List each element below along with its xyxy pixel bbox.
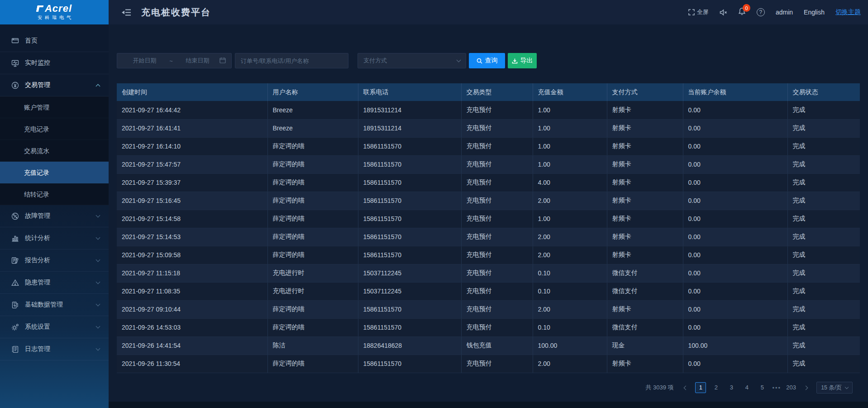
cell-pay-method: 射频卡 bbox=[607, 355, 683, 373]
chevron-down-icon bbox=[457, 58, 461, 62]
table-row[interactable]: 2021-09-26 14:53:03薛定谔的喵15861151570充电预付0… bbox=[117, 318, 860, 336]
sidebar-subitem-recharge-records[interactable]: 充值记录 bbox=[0, 162, 109, 183]
keyword-search-input[interactable] bbox=[235, 53, 348, 68]
table-row[interactable]: 2021-09-26 11:30:54薛定谔的喵15861151570充电预付2… bbox=[117, 355, 860, 373]
cell-pay-method: 射频卡 bbox=[607, 119, 683, 137]
cell-user-name: 薛定谔的喵 bbox=[267, 192, 358, 210]
table-row[interactable]: 2021-09-27 15:47:57薛定谔的喵15861151570充电预付1… bbox=[117, 155, 860, 173]
cell-pay-method: 微信支付 bbox=[607, 282, 683, 300]
cell-trade-type: 充电预付 bbox=[461, 119, 533, 137]
cell-recharge-amount: 0.10 bbox=[533, 318, 607, 336]
sidebar-item-statistics-analysis[interactable]: 统计分析 bbox=[0, 227, 109, 250]
page-size-label: 15 条/页 bbox=[821, 384, 842, 392]
app-header: 充电桩收费平台 全屏 0 ? admin English 切换主题 bbox=[109, 0, 868, 24]
table-row[interactable]: 2021-09-27 11:08:35充电进行时15037112245充电预付0… bbox=[117, 282, 860, 300]
sidebar-subitem-trade-flow[interactable]: 交易流水 bbox=[0, 140, 109, 162]
theme-switch-link[interactable]: 切换主题 bbox=[835, 8, 861, 16]
page-ellipsis[interactable]: ••• bbox=[772, 384, 781, 391]
sidebar-subitem-account-management[interactable]: 账户管理 bbox=[0, 96, 109, 118]
cell-trade-type: 充电预付 bbox=[461, 355, 533, 373]
table-row[interactable]: 2021-09-27 15:09:58薛定谔的喵15861151570充电预付2… bbox=[117, 246, 860, 264]
keyword-search-field bbox=[235, 53, 348, 68]
table-row[interactable]: 2021-09-27 16:14:10薛定谔的喵15861151570充电预付1… bbox=[117, 137, 860, 155]
sidebar-item-hazard-management[interactable]: 隐患管理 bbox=[0, 272, 109, 294]
export-button-label: 导出 bbox=[520, 57, 533, 65]
page-number-2[interactable]: 2 bbox=[711, 382, 721, 393]
sidebar-item-report-analysis[interactable]: 报告分析 bbox=[0, 250, 109, 272]
table-row[interactable]: 2021-09-27 16:44:42Breeze18915311214充电预付… bbox=[117, 101, 860, 119]
sidebar-item-basic-data-management[interactable]: 基础数据管理 bbox=[0, 294, 109, 316]
brand-text: Acrel bbox=[45, 4, 72, 14]
sidebar-item-trade-management[interactable]: 交易管理 bbox=[0, 74, 109, 96]
cell-current-balance: 0.00 bbox=[683, 264, 787, 282]
notifications-button[interactable]: 0 bbox=[738, 7, 746, 17]
sidebar-item-system-settings[interactable]: 系统设置 bbox=[0, 316, 109, 338]
page-number-3[interactable]: 3 bbox=[726, 382, 737, 393]
page-number-4[interactable]: 4 bbox=[741, 382, 752, 393]
cell-recharge-amount: 1.00 bbox=[533, 101, 607, 119]
cell-trade-type: 充电预付 bbox=[461, 318, 533, 336]
date-start-placeholder[interactable]: 开始日期 bbox=[123, 57, 167, 65]
cell-phone: 15861151570 bbox=[358, 137, 461, 155]
next-page-button[interactable] bbox=[801, 382, 812, 393]
date-end-placeholder[interactable]: 结束日期 bbox=[176, 57, 219, 65]
chevron-down-icon bbox=[96, 213, 100, 217]
table-row[interactable]: 2021-09-27 15:16:45薛定谔的喵15861151570充电预付2… bbox=[117, 192, 860, 210]
page-number-203[interactable]: 203 bbox=[786, 382, 796, 393]
sidebar-item-log-management[interactable]: 日志管理 bbox=[0, 338, 109, 360]
cell-recharge-amount: 1.00 bbox=[533, 119, 607, 137]
table-row[interactable]: 2021-09-27 15:14:53薛定谔的喵15861151570充电预付2… bbox=[117, 228, 860, 246]
prev-page-button[interactable] bbox=[680, 382, 691, 393]
mute-button[interactable] bbox=[720, 9, 727, 16]
cell-pay-method: 微信支付 bbox=[607, 264, 683, 282]
sidebar-item-label: 实时监控 bbox=[25, 59, 50, 67]
cell-create-time: 2021-09-27 15:16:45 bbox=[117, 192, 267, 210]
cell-trade-status: 完成 bbox=[787, 318, 860, 336]
sidebar-item-home[interactable]: 首页 bbox=[0, 30, 109, 52]
sidebar-subitem-carryover-records[interactable]: 结转记录 bbox=[0, 183, 109, 205]
cell-pay-method: 现金 bbox=[607, 336, 683, 355]
help-button[interactable]: ? bbox=[757, 8, 765, 16]
sidebar-subitem-charge-records[interactable]: 充电记录 bbox=[0, 118, 109, 140]
cell-trade-type: 充电预付 bbox=[461, 192, 533, 210]
cell-trade-status: 完成 bbox=[787, 282, 860, 300]
page-number-1[interactable]: 1 bbox=[695, 382, 706, 393]
date-range-picker[interactable]: 开始日期 ~ 结束日期 bbox=[117, 53, 232, 68]
fullscreen-button[interactable]: 全屏 bbox=[688, 8, 709, 16]
table-row[interactable]: 2021-09-27 11:15:18充电进行时15037112245充电预付0… bbox=[117, 264, 860, 282]
chevron-up-icon bbox=[96, 84, 100, 88]
table-row[interactable]: 2021-09-27 09:10:44薛定谔的喵15861151570充电预付2… bbox=[117, 300, 860, 318]
cell-create-time: 2021-09-27 15:47:57 bbox=[117, 155, 267, 173]
language-switch[interactable]: English bbox=[804, 9, 825, 16]
page-size-select[interactable]: 15 条/页 bbox=[816, 382, 853, 394]
sidebar-item-fault-management[interactable]: 故障管理 bbox=[0, 205, 109, 227]
monitor-icon bbox=[11, 59, 19, 67]
sidebar-collapse-icon[interactable] bbox=[121, 9, 131, 16]
cell-current-balance: 100.00 bbox=[683, 336, 787, 355]
page-number-5[interactable]: 5 bbox=[757, 382, 768, 393]
table-row[interactable]: 2021-09-27 15:39:37薛定谔的喵15861151570充电预付4… bbox=[117, 173, 860, 192]
table-row[interactable]: 2021-09-26 14:41:54陈洁18826418628钱包充值100.… bbox=[117, 336, 860, 355]
chevron-down-icon bbox=[96, 324, 100, 328]
fault-icon bbox=[11, 212, 19, 220]
chevron-right-icon bbox=[804, 385, 808, 390]
cell-recharge-amount: 4.00 bbox=[533, 173, 607, 192]
cell-pay-method: 射频卡 bbox=[607, 173, 683, 192]
table-row[interactable]: 2021-09-27 16:41:41Breeze18915311214充电预付… bbox=[117, 119, 860, 137]
payment-method-select[interactable]: 支付方式 bbox=[358, 53, 466, 68]
sidebar-item-realtime-monitor[interactable]: 实时监控 bbox=[0, 52, 109, 74]
sidebar-item-label: 统计分析 bbox=[25, 234, 50, 242]
cell-phone: 15861151570 bbox=[358, 173, 461, 192]
yuan-icon bbox=[11, 81, 19, 89]
table-row[interactable]: 2021-09-27 15:14:58薛定谔的喵15861151570充电预付1… bbox=[117, 210, 860, 228]
speaker-muted-icon bbox=[720, 9, 727, 16]
cell-phone: 15861151570 bbox=[358, 210, 461, 228]
submenu-trade-management: 账户管理充电记录交易流水充值记录结转记录 bbox=[0, 96, 109, 205]
query-button[interactable]: 查询 bbox=[469, 53, 505, 68]
user-menu[interactable]: admin bbox=[776, 9, 793, 16]
export-button[interactable]: 导出 bbox=[508, 53, 537, 68]
cell-phone: 15861151570 bbox=[358, 355, 461, 373]
cell-create-time: 2021-09-27 11:15:18 bbox=[117, 264, 267, 282]
column-header-phone: 联系电话 bbox=[358, 83, 461, 101]
cell-pay-method: 射频卡 bbox=[607, 101, 683, 119]
